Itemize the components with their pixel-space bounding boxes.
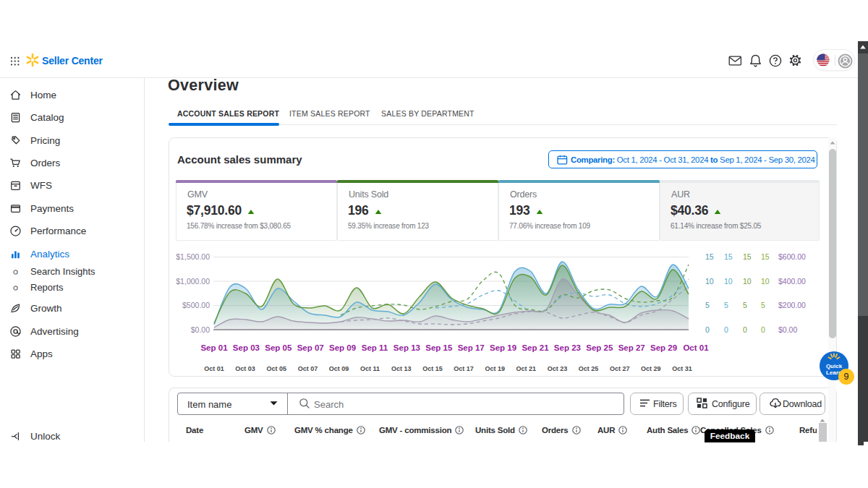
svg-text:Oct 19: Oct 19: [485, 365, 505, 372]
svg-text:Sep 13: Sep 13: [393, 343, 420, 352]
svg-text:Sep 15: Sep 15: [425, 343, 453, 352]
svg-text:15: 15: [761, 252, 770, 261]
svg-text:5: 5: [743, 301, 747, 309]
svg-text:5: 5: [724, 301, 728, 309]
svg-text:Oct 01: Oct 01: [683, 343, 709, 352]
svg-text:Sep 17: Sep 17: [458, 343, 485, 352]
svg-text:0: 0: [743, 325, 747, 334]
svg-text:Sep 21: Sep 21: [522, 343, 549, 352]
svg-text:Oct 27: Oct 27: [610, 365, 630, 372]
svg-text:Sep 07: Sep 07: [297, 343, 324, 352]
svg-text:Oct 21: Oct 21: [516, 365, 537, 372]
svg-text:Oct 29: Oct 29: [641, 365, 661, 372]
svg-text:Sep 29: Sep 29: [650, 343, 677, 352]
svg-text:Sep 23: Sep 23: [554, 343, 581, 352]
svg-text:Quick: Quick: [826, 363, 843, 369]
svg-text:10: 10: [761, 277, 770, 286]
svg-text:Sep 19: Sep 19: [490, 343, 516, 352]
svg-text:0: 0: [761, 325, 765, 334]
svg-text:10: 10: [724, 277, 733, 286]
svg-text:$0.00: $0.00: [778, 325, 797, 334]
svg-text:Sep 03: Sep 03: [233, 343, 260, 352]
svg-text:5: 5: [761, 301, 765, 309]
svg-text:0: 0: [705, 325, 710, 334]
svg-text:$600.00: $600.00: [778, 252, 806, 261]
svg-text:$0.00: $0.00: [191, 325, 210, 334]
svg-text:Oct 11: Oct 11: [360, 365, 380, 372]
svg-text:15: 15: [705, 252, 714, 261]
svg-text:10: 10: [705, 277, 714, 286]
svg-text:Oct 23: Oct 23: [548, 365, 568, 372]
svg-text:Oct 15: Oct 15: [422, 365, 443, 372]
svg-text:Oct 13: Oct 13: [391, 365, 412, 372]
svg-text:Sep 27: Sep 27: [618, 343, 645, 352]
svg-text:Sep 05: Sep 05: [265, 343, 292, 352]
svg-text:Sep 25: Sep 25: [586, 343, 613, 352]
svg-text:Sep 01: Sep 01: [200, 343, 228, 352]
svg-text:$1,500.00: $1,500.00: [176, 252, 210, 261]
svg-text:$500.00: $500.00: [182, 301, 210, 309]
svg-text:10: 10: [743, 277, 752, 286]
svg-text:Oct 01: Oct 01: [204, 365, 224, 372]
svg-text:Oct 17: Oct 17: [454, 365, 474, 372]
svg-text:Sep 11: Sep 11: [362, 343, 388, 352]
svg-text:Oct 03: Oct 03: [235, 365, 255, 372]
svg-text:Oct 05: Oct 05: [267, 365, 287, 372]
svg-text:15: 15: [743, 252, 752, 261]
svg-text:$200.00: $200.00: [778, 301, 806, 309]
svg-text:5: 5: [705, 301, 710, 309]
svg-text:15: 15: [724, 252, 733, 261]
svg-text:$1,000.00: $1,000.00: [176, 277, 210, 286]
svg-text:0: 0: [724, 325, 728, 334]
svg-text:Oct 07: Oct 07: [298, 365, 318, 372]
svg-text:Oct 31: Oct 31: [672, 365, 692, 372]
svg-text:Sep 09: Sep 09: [329, 343, 356, 352]
svg-text:Oct 09: Oct 09: [329, 365, 349, 372]
svg-text:Oct 25: Oct 25: [579, 365, 599, 372]
svg-text:$400.00: $400.00: [778, 277, 806, 286]
